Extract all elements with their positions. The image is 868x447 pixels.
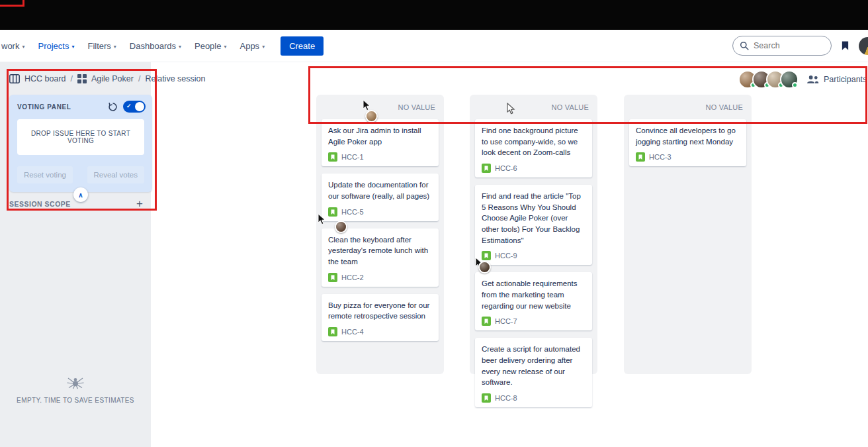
session-scope-empty-state: EMPTY. TIME TO SAVE ESTIMATES [0, 375, 151, 404]
toggle-check-icon: ✓ [126, 103, 132, 109]
reset-voting-button[interactable]: Reset voting [17, 166, 73, 183]
nav-label: work [1, 41, 19, 51]
issue-card[interactable]: Find and read the article "Top 5 Reasons… [475, 185, 592, 265]
column-header: NO VALUE [629, 95, 746, 119]
issue-summary: Update the documentation for our softwar… [328, 179, 432, 201]
nav-label: Apps [239, 41, 259, 51]
issue-summary: Convince all developers to go jogging st… [636, 125, 740, 147]
estimation-column-2: NO VALUE Find one background picture to … [470, 95, 597, 374]
voting-panel: VOTING PANEL ✓ DROP ISSUE HERE TO START … [9, 95, 152, 192]
issue-summary: Find and read the article "Top 5 Reasons… [482, 191, 586, 246]
breadcrumb-session[interactable]: Relative session [145, 74, 205, 83]
online-dot [792, 82, 798, 88]
issue-card[interactable]: Update the documentation for our softwar… [322, 174, 439, 221]
issue-card[interactable]: Convince all developers to go jogging st… [629, 119, 746, 166]
issue-key: HCC-4 [341, 328, 364, 336]
empty-state-label: EMPTY. TIME TO SAVE ESTIMATES [0, 397, 151, 404]
issue-summary: Clean the keyboard after yesterday's rem… [328, 234, 432, 268]
issue-key: HCC-8 [495, 394, 517, 402]
voting-drop-zone[interactable]: DROP ISSUE HERE TO START VOTING [17, 119, 144, 155]
issue-summary: Get actionable requirements from the mar… [482, 278, 586, 311]
voting-panel-title: VOTING PANEL [17, 103, 71, 111]
profile-avatar[interactable] [859, 37, 868, 55]
app-screen: work ▾ Projects ▾ Filters ▾ Dashboards ▾… [0, 0, 868, 447]
issue-card[interactable]: Find one background picture to use compa… [475, 119, 592, 177]
nav-label: Dashboards [130, 41, 176, 51]
search-icon [740, 41, 749, 50]
breadcrumb-board[interactable]: HCC board [24, 74, 66, 83]
story-icon [328, 207, 337, 217]
issue-key: HCC-9 [495, 252, 517, 260]
chevron-down-icon: ▾ [179, 44, 181, 50]
story-icon [636, 152, 645, 162]
nav-label: Filters [87, 41, 110, 51]
story-icon [482, 251, 491, 260]
issue-key: HCC-1 [341, 153, 364, 161]
story-icon [482, 393, 491, 403]
bookmark-icon[interactable] [841, 40, 849, 51]
navbar-right [732, 36, 868, 56]
create-button[interactable]: Create [281, 36, 324, 56]
issue-card[interactable]: Get actionable requirements from the mar… [475, 272, 592, 330]
session-scope-title: SESSION SCOPE [9, 200, 71, 208]
agile-poker-icon [77, 74, 87, 83]
browser-chrome-bar [0, 0, 868, 30]
breadcrumb-separator: / [138, 74, 140, 83]
issue-card[interactable]: Create a script for automated beer deliv… [475, 338, 592, 407]
story-icon [482, 317, 491, 326]
breadcrumb: HCC board / Agile Poker / Relative sessi… [9, 74, 205, 83]
people-icon [806, 75, 819, 84]
nav-item-apps[interactable]: Apps ▾ [233, 37, 271, 55]
nav-item-dashboards[interactable]: Dashboards ▾ [123, 37, 188, 55]
story-icon [482, 164, 491, 173]
jira-navbar: work ▾ Projects ▾ Filters ▾ Dashboards ▾… [0, 30, 868, 62]
voting-toggle[interactable]: ✓ [123, 101, 146, 113]
breadcrumb-app[interactable]: Agile Poker [91, 74, 134, 83]
issue-card[interactable]: Ask our Jira admin to install Agile Poke… [322, 119, 439, 166]
participants-label: Participants [824, 75, 867, 84]
spider-icon [65, 375, 86, 389]
search-input[interactable] [732, 36, 832, 56]
voting-panel-controls: ✓ [108, 101, 146, 113]
nav-item-filters[interactable]: Filters ▾ [81, 37, 122, 55]
nav-item-projects[interactable]: Projects ▾ [31, 37, 81, 55]
chevron-down-icon: ▾ [22, 44, 24, 50]
nav-item-people[interactable]: People ▾ [188, 37, 234, 55]
board-icon [9, 74, 20, 83]
participants-cluster: Participants [738, 70, 867, 89]
search-field[interactable] [754, 41, 823, 50]
issue-key: HCC-5 [341, 208, 364, 216]
chevron-down-icon: ▾ [262, 44, 265, 50]
voting-panel-buttons: Reset voting Reveal votes [17, 166, 144, 183]
issue-card[interactable]: Buy pizza for everyone for our remote re… [322, 294, 439, 341]
chevron-down-icon: ▾ [224, 44, 226, 50]
story-icon [328, 152, 337, 162]
breadcrumb-separator: / [71, 74, 73, 83]
issue-key: HCC-7 [495, 317, 517, 325]
column-header: NO VALUE [322, 95, 439, 119]
issue-key: HCC-6 [495, 164, 517, 172]
nav-item-your-work[interactable]: work ▾ [0, 37, 31, 55]
reveal-votes-button[interactable]: Reveal votes [87, 166, 144, 183]
issue-summary: Ask our Jira admin to install Agile Poke… [328, 125, 432, 147]
estimation-column-3: NO VALUE Convince all developers to go j… [624, 95, 752, 374]
nav-label: People [195, 41, 221, 51]
column-header: NO VALUE [475, 95, 592, 119]
chevron-up-icon: ∧ [78, 191, 83, 199]
story-icon [328, 273, 337, 282]
participants-toggle[interactable]: Participants [806, 75, 867, 84]
collapse-panel-button[interactable]: ∧ [73, 187, 88, 202]
add-issue-button[interactable]: + [136, 198, 143, 209]
chevron-down-icon: ▾ [114, 44, 116, 50]
nav-label: Projects [38, 41, 69, 51]
issue-key: HCC-3 [649, 153, 672, 161]
issue-card[interactable]: Clean the keyboard after yesterday's rem… [322, 228, 439, 287]
issue-summary: Buy pizza for everyone for our remote re… [328, 300, 432, 322]
participant-avatar [780, 70, 799, 89]
estimation-column-1: NO VALUE Ask our Jira admin to install A… [316, 95, 444, 374]
issue-summary: Create a script for automated beer deliv… [482, 344, 586, 388]
issue-key: HCC-2 [341, 273, 364, 281]
toggle-knob [135, 102, 144, 111]
voting-panel-header: VOTING PANEL ✓ [9, 95, 152, 117]
sync-icon[interactable] [108, 102, 118, 112]
